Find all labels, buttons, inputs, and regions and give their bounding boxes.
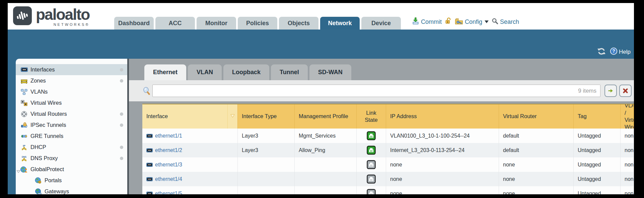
table-header-row: Interface Interface Type Management Prof… (142, 104, 634, 129)
svg-text:DNS: DNS (22, 155, 27, 158)
cell-management-profile: Allow_Ping (295, 143, 357, 157)
link-state-down-icon (367, 189, 376, 194)
sidebar-item-virtual-routers[interactable]: Virtual Routers (16, 108, 127, 119)
dns-proxy-icon: DNS (20, 155, 28, 162)
sidebar-item-dhcp[interactable]: IP DHCP (16, 142, 127, 153)
column-header-interface[interactable]: Interface (142, 104, 228, 129)
ethernet-interface-icon (146, 177, 153, 181)
column-header-management-profile[interactable]: Management Profile (295, 104, 357, 129)
tab-acc[interactable]: ACC (155, 17, 195, 30)
cell-ip-address: Internet_L3_203-0-113-254--24 (386, 143, 499, 157)
table-row[interactable]: ethernet1/1 Layer3 Mgmt_Services VLAN010… (142, 129, 634, 143)
sidebar-item-label: Portals (45, 177, 62, 184)
cell-management-profile (295, 186, 357, 194)
svg-text:?: ? (612, 48, 615, 54)
cell-virtual-router: default (499, 143, 574, 157)
cell-interface-type: Layer3 (238, 129, 295, 143)
cell-vlan: none (621, 143, 634, 157)
sidebar-item-portals[interactable]: Portals (16, 175, 127, 186)
cell-virtual-router: default (499, 129, 574, 143)
tab-loopback[interactable]: Loopback (223, 64, 269, 80)
filter-input[interactable] (152, 85, 600, 97)
config-label: Config (465, 18, 482, 26)
help-button[interactable]: ? Help (610, 47, 631, 57)
cell-tag: Untagged (574, 157, 621, 172)
tab-ethernet[interactable]: Ethernet (144, 64, 186, 80)
cell-vlan: none (621, 172, 634, 186)
paloalto-logo: paloalto NETWORKS® (13, 6, 89, 27)
apply-filter-button[interactable] (604, 85, 617, 97)
interfaces-icon (20, 66, 28, 73)
tab-dashboard[interactable]: Dashboard (114, 17, 154, 30)
interface-type-tabs: Ethernet VLAN Loopback Tunnel SD-WAN (144, 64, 351, 80)
tab-tunnel[interactable]: Tunnel (271, 64, 308, 80)
cell-interface-type (238, 157, 295, 172)
cell-ip-address: none (386, 186, 499, 194)
cell-ip-address: none (386, 157, 499, 172)
link-state-up-icon (367, 131, 376, 140)
tab-network[interactable]: Network (320, 17, 360, 30)
clear-filter-button[interactable] (619, 85, 632, 97)
cell-management-profile (295, 172, 357, 186)
tab-monitor[interactable]: Monitor (197, 17, 236, 30)
tab-objects[interactable]: Objects (279, 17, 318, 30)
sidebar-item-label: DHCP (30, 144, 46, 150)
commit-button[interactable]: Commit (412, 17, 442, 27)
search-button[interactable]: Search (492, 18, 519, 26)
filter-field: 9 items (152, 85, 600, 97)
commit-icon (412, 17, 419, 27)
table-row[interactable]: ethernet1/2 Layer3 Allow_Ping Internet_L… (142, 143, 634, 157)
table-row[interactable]: ethernet1/3 none none Untagged none (142, 157, 634, 172)
column-header-link-state[interactable]: Link State (357, 104, 386, 129)
column-sort-dropdown[interactable] (228, 104, 238, 129)
sidebar-item-zones[interactable]: Zones (16, 75, 127, 86)
search-label: Search (500, 18, 519, 26)
interface-link[interactable]: ethernet1/1 (155, 133, 182, 139)
sidebar-item-gateways[interactable]: Gateways (16, 186, 127, 194)
portals-icon (34, 177, 42, 184)
config-icon (455, 17, 463, 26)
interface-link[interactable]: ethernet1/2 (155, 147, 182, 153)
globalprotect-icon (20, 166, 28, 173)
commit-label: Commit (421, 18, 442, 26)
cell-management-profile (295, 157, 357, 172)
sidebar-item-gre-tunnels[interactable]: GRE Tunnels (16, 131, 127, 142)
lock-icon[interactable] (445, 17, 452, 27)
column-header-vlan-virtual-wire[interactable]: VLAN / Virtual Wire (621, 104, 634, 129)
tab-device[interactable]: Device (361, 17, 401, 30)
sidebar-item-label: Virtual Routers (30, 111, 67, 117)
sidebar-item-vlans[interactable]: VLANs (16, 86, 127, 97)
column-header-tag[interactable]: Tag (574, 104, 621, 129)
cell-virtual-router: none (499, 172, 574, 186)
table-row[interactable]: ethernet1/5 none none Untagged none (142, 186, 634, 194)
cell-vlan: none (621, 186, 634, 194)
column-header-ip-address[interactable]: IP Address (386, 104, 499, 129)
cell-vlan: none (621, 129, 634, 143)
sidebar-item-virtual-wires[interactable]: Virtual Wires (16, 97, 127, 108)
tab-sdwan[interactable]: SD-WAN (309, 64, 351, 80)
sidebar-item-dns-proxy[interactable]: DNS DNS Proxy (16, 153, 127, 164)
sidebar-item-label: VLANs (30, 89, 48, 95)
column-header-interface-type[interactable]: Interface Type (238, 104, 295, 129)
column-header-virtual-router[interactable]: Virtual Router (499, 104, 574, 129)
filter-toolbar: 9 items (129, 80, 634, 101)
interface-link[interactable]: ethernet1/3 (155, 162, 182, 168)
cell-interface-type: Layer3 (238, 143, 295, 157)
table-row[interactable]: ethernet1/4 none none Untagged none (142, 172, 634, 186)
interface-link[interactable]: ethernet1/5 (155, 191, 182, 195)
interfaces-table: Interface Interface Type Management Prof… (142, 104, 634, 194)
refresh-icon[interactable] (597, 48, 606, 57)
cell-virtual-router: none (499, 186, 574, 194)
sidebar-item-label: Virtual Wires (30, 100, 62, 106)
interface-link[interactable]: ethernet1/4 (155, 176, 182, 182)
help-label: Help (619, 49, 631, 55)
tab-vlan[interactable]: VLAN (188, 64, 222, 80)
sidebar-item-globalprotect[interactable]: GlobalProtect (16, 164, 127, 175)
expand-collapse-icon[interactable] (16, 168, 20, 171)
main-nav-tabs: Dashboard ACC Monitor Policies Objects N… (114, 17, 401, 30)
config-menu[interactable]: Config (455, 17, 489, 26)
sidebar-item-label: GlobalProtect (30, 166, 64, 172)
tab-policies[interactable]: Policies (238, 17, 277, 30)
sidebar-item-ipsec-tunnels[interactable]: IPSec Tunnels (16, 119, 127, 131)
sidebar-item-interfaces[interactable]: Interfaces (16, 64, 127, 75)
